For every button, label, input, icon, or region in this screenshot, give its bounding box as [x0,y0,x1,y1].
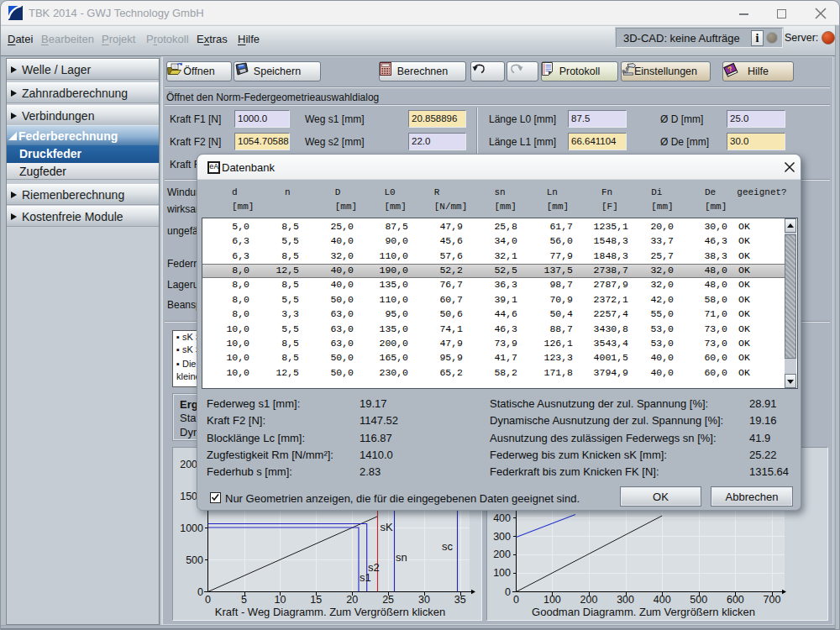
svg-text:15: 15 [310,594,322,606]
svg-text:s1: s1 [360,571,371,584]
svg-text:Kraft - Weg Diagramm. Zum Verg: Kraft - Weg Diagramm. Zum Vergrößern kli… [215,606,445,618]
svg-text:sn: sn [396,551,407,564]
svg-text:400: 400 [493,512,511,524]
svg-text:Goodman Diagramm. Zum Vergröße: Goodman Diagramm. Zum Vergrößern klicken [532,606,755,618]
svg-text:sK: sK [381,521,394,533]
svg-text:0: 0 [197,586,203,598]
svg-text:300: 300 [617,594,634,606]
svg-text:0: 0 [505,586,511,598]
svg-text:600: 600 [727,594,744,606]
svg-text:500: 500 [186,554,203,566]
svg-text:1000: 1000 [180,522,203,534]
svg-text:10: 10 [275,594,286,606]
svg-text:5: 5 [241,594,247,606]
svg-text:100: 100 [543,594,561,606]
svg-text:300: 300 [493,531,511,543]
svg-text:200: 200 [580,594,598,606]
svg-text:30: 30 [418,594,430,606]
svg-text:100: 100 [493,567,511,579]
svg-text:25: 25 [382,594,394,606]
svg-text:20: 20 [346,594,358,606]
svg-text:0: 0 [205,594,211,606]
svg-text:500: 500 [690,594,707,606]
svg-text:700: 700 [764,594,781,606]
svg-text:sc: sc [442,540,454,553]
svg-text:200: 200 [493,549,511,560]
svg-text:35: 35 [454,594,466,606]
svg-text:0: 0 [513,594,519,606]
svg-text:400: 400 [654,594,671,606]
